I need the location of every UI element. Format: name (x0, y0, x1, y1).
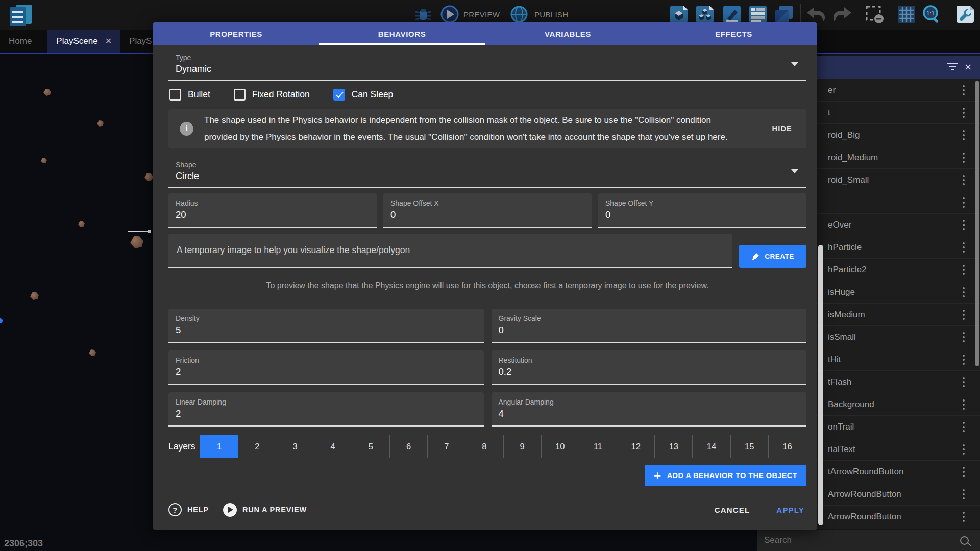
preview-play-icon[interactable] (440, 5, 459, 24)
item-menu-dots-icon[interactable] (963, 89, 965, 91)
checkbox-box[interactable] (169, 89, 181, 101)
item-menu-dots-icon[interactable] (963, 426, 965, 428)
item-menu-dots-icon[interactable] (963, 516, 965, 518)
item-menu-dots-icon[interactable] (963, 157, 965, 159)
item-menu-dots-icon[interactable] (963, 202, 965, 204)
publish-globe-icon[interactable] (509, 5, 529, 24)
object-groups-icon[interactable] (695, 5, 715, 24)
layer-button[interactable]: 7 (428, 435, 465, 458)
item-menu-dots-icon[interactable] (963, 179, 965, 181)
project-manager-icon[interactable] (9, 4, 33, 27)
help-label: HELP (187, 506, 209, 514)
layer-button[interactable]: 9 (504, 435, 542, 458)
item-menu-dots-icon[interactable] (963, 134, 965, 136)
editor-tab[interactable]: Home (0, 30, 47, 53)
checkbox[interactable]: Bullet (169, 89, 210, 101)
layer-button[interactable]: 11 (579, 435, 617, 458)
cancel-button[interactable]: CANCEL (713, 502, 752, 518)
item-menu-dots-icon[interactable] (963, 336, 965, 338)
shape-param-field[interactable]: Shape Offset X 0 (383, 193, 592, 228)
dialog-scrollbar[interactable] (818, 245, 823, 525)
type-select[interactable]: Type Dynamic (168, 49, 806, 81)
physics-param-field[interactable]: Density 5 (168, 309, 484, 343)
physics-param-field[interactable]: Angular Damping 4 (492, 392, 807, 427)
layer-button[interactable]: 15 (731, 435, 769, 458)
selection-handle-dot[interactable] (148, 230, 151, 233)
layer-button[interactable]: 1 (200, 435, 238, 458)
asteroid-sprite (97, 120, 104, 127)
item-menu-dots-icon[interactable] (963, 112, 965, 114)
dialog-tab[interactable]: EFFECTS (651, 22, 817, 45)
hide-button[interactable]: HIDE (769, 120, 795, 137)
layer-button[interactable]: 10 (542, 435, 579, 458)
panel-close-icon[interactable]: ✕ (962, 61, 974, 73)
add-behavior-button[interactable]: + ADD A BEHAVIOR TO THE OBJECT (645, 465, 806, 486)
editor-tab[interactable]: PlayScene ✕ (47, 30, 120, 53)
shape-param-field[interactable]: Shape Offset Y 0 (598, 193, 806, 228)
add-behavior-row: + ADD A BEHAVIOR TO THE OBJECT (168, 465, 806, 486)
item-menu-dots-icon[interactable] (963, 404, 965, 406)
dialog-tab[interactable]: BEHAVIORS (319, 22, 485, 45)
layer-button[interactable]: 6 (390, 435, 428, 458)
temp-image-field[interactable]: A temporary image to help you visualize … (168, 234, 732, 268)
item-menu-dots-icon[interactable] (963, 448, 965, 450)
preview-label[interactable]: PREVIEW (463, 10, 500, 19)
layer-button[interactable]: 12 (617, 435, 655, 458)
create-button[interactable]: CREATE (739, 245, 806, 268)
item-menu-dots-icon[interactable] (963, 493, 965, 495)
grid-icon[interactable] (897, 5, 916, 24)
apply-button[interactable]: APPLY (774, 502, 806, 518)
item-menu-dots-icon[interactable] (963, 291, 965, 293)
item-menu-dots-icon[interactable] (963, 381, 965, 383)
item-menu-dots-icon[interactable] (963, 246, 965, 248)
checkbox-label: Bullet (188, 89, 210, 100)
item-menu-dots-icon[interactable] (963, 314, 965, 316)
editor-tab-close-icon[interactable]: ✕ (105, 36, 112, 46)
publish-label[interactable]: PUBLISH (534, 10, 568, 19)
layer-button[interactable]: 2 (238, 435, 276, 458)
edit-pencil-icon[interactable] (722, 5, 742, 24)
objects-list-scrollbar[interactable] (975, 81, 979, 366)
tools-wrench-icon[interactable] (955, 5, 975, 24)
layer-button[interactable]: 14 (693, 435, 730, 458)
physics-param-field[interactable]: Restitution 0.2 (492, 350, 807, 385)
checkbox-box[interactable] (234, 89, 246, 101)
redo-icon[interactable] (834, 5, 853, 24)
objects-search-input[interactable] (757, 535, 960, 546)
layer-button[interactable]: 13 (655, 435, 693, 458)
checkbox[interactable]: Fixed Rotation (234, 89, 310, 101)
run-preview-button[interactable]: RUN A PREVIEW (223, 503, 307, 517)
checkbox-label: Can Sleep (352, 89, 394, 100)
layer-button[interactable]: 16 (769, 435, 806, 458)
dialog-tab[interactable]: PROPERTIES (153, 22, 319, 45)
item-menu-dots-icon[interactable] (963, 269, 965, 271)
asteroid-sprite (43, 89, 51, 96)
checkbox[interactable]: Can Sleep (333, 89, 394, 101)
debugger-icon[interactable] (413, 5, 433, 24)
layer-button[interactable]: 5 (352, 435, 390, 458)
item-menu-dots-icon[interactable] (963, 359, 965, 361)
item-menu-dots-icon[interactable] (963, 224, 965, 226)
undo-icon[interactable] (805, 5, 825, 24)
item-menu-dots-icon[interactable] (963, 471, 965, 473)
help-button[interactable]: ? HELP (168, 503, 209, 516)
objects-icon[interactable] (669, 5, 689, 24)
properties-list-icon[interactable] (748, 5, 768, 24)
dialog-tab[interactable]: VARIABLES (485, 22, 651, 45)
filter-icon[interactable] (947, 63, 958, 71)
physics-param-field[interactable]: Friction 2 (168, 350, 484, 385)
scenes-stack-icon[interactable] (774, 5, 794, 24)
physics-param-field[interactable]: Linear Damping 2 (168, 392, 484, 427)
shape-param-field[interactable]: Radius 20 (168, 193, 377, 228)
zoom-one-to-one-icon[interactable]: 1:1 (922, 5, 941, 24)
physics-param-field[interactable]: Gravity Scale 0 (492, 309, 807, 343)
shape-select[interactable]: Shape Circle (168, 156, 806, 188)
mask-selection-icon[interactable] (865, 5, 884, 24)
scene-origin-dot (0, 318, 3, 323)
layer-button[interactable]: 4 (314, 435, 352, 458)
field-value: 20 (176, 209, 370, 220)
checkbox-box[interactable] (333, 89, 345, 101)
layer-button[interactable]: 8 (465, 435, 503, 458)
field-label: Shape Offset Y (605, 199, 799, 207)
layer-button[interactable]: 3 (276, 435, 314, 458)
